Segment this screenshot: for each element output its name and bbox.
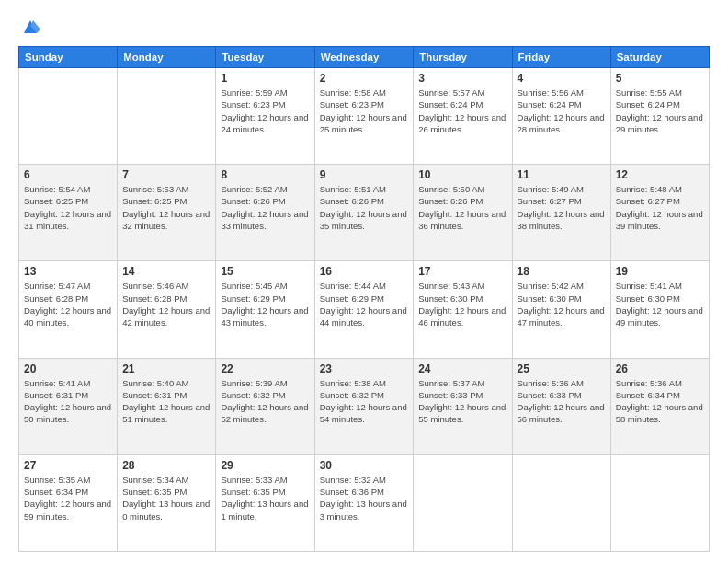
calendar-cell: [512, 454, 610, 551]
cell-daylight-info: Sunrise: 5:41 AM Sunset: 6:31 PM Dayligh…: [24, 377, 112, 426]
cell-daylight-info: Sunrise: 5:44 AM Sunset: 6:29 PM Dayligh…: [320, 280, 409, 328]
day-number: 22: [221, 362, 309, 375]
cell-daylight-info: Sunrise: 5:35 AM Sunset: 6:34 PM Dayligh…: [24, 474, 112, 523]
calendar-cell: [19, 68, 118, 165]
day-number: 15: [221, 265, 309, 278]
cell-daylight-info: Sunrise: 5:34 AM Sunset: 6:35 PM Dayligh…: [122, 474, 210, 523]
calendar-cell: 7Sunrise: 5:53 AM Sunset: 6:25 PM Daylig…: [118, 165, 216, 261]
day-number: 23: [320, 362, 409, 375]
weekday-wednesday: Wednesday: [314, 47, 414, 68]
calendar-week-row: 13Sunrise: 5:47 AM Sunset: 6:28 PM Dayli…: [19, 261, 710, 358]
calendar-cell: 16Sunrise: 5:44 AM Sunset: 6:29 PM Dayli…: [314, 261, 414, 358]
day-number: 30: [320, 459, 409, 472]
day-number: 24: [418, 362, 506, 375]
cell-daylight-info: Sunrise: 5:46 AM Sunset: 6:28 PM Dayligh…: [122, 280, 210, 328]
day-number: 26: [616, 362, 704, 375]
weekday-tuesday: Tuesday: [216, 47, 314, 68]
calendar-week-row: 6Sunrise: 5:54 AM Sunset: 6:25 PM Daylig…: [19, 165, 710, 261]
cell-daylight-info: Sunrise: 5:55 AM Sunset: 6:24 PM Dayligh…: [616, 86, 704, 135]
calendar-cell: 26Sunrise: 5:36 AM Sunset: 6:34 PM Dayli…: [610, 358, 709, 454]
day-number: 16: [320, 265, 409, 278]
calendar-cell: 17Sunrise: 5:43 AM Sunset: 6:30 PM Dayli…: [414, 261, 512, 358]
cell-daylight-info: Sunrise: 5:43 AM Sunset: 6:30 PM Dayligh…: [418, 280, 506, 328]
cell-daylight-info: Sunrise: 5:45 AM Sunset: 6:29 PM Dayligh…: [221, 280, 309, 328]
cell-daylight-info: Sunrise: 5:38 AM Sunset: 6:32 PM Dayligh…: [320, 377, 409, 426]
cell-daylight-info: Sunrise: 5:33 AM Sunset: 6:35 PM Dayligh…: [221, 474, 309, 523]
cell-daylight-info: Sunrise: 5:49 AM Sunset: 6:27 PM Dayligh…: [518, 183, 606, 232]
cell-daylight-info: Sunrise: 5:51 AM Sunset: 6:26 PM Dayligh…: [320, 183, 409, 232]
cell-daylight-info: Sunrise: 5:36 AM Sunset: 6:34 PM Dayligh…: [616, 377, 704, 426]
cell-daylight-info: Sunrise: 5:54 AM Sunset: 6:25 PM Dayligh…: [24, 183, 112, 232]
weekday-saturday: Saturday: [610, 47, 709, 68]
calendar-week-row: 20Sunrise: 5:41 AM Sunset: 6:31 PM Dayli…: [19, 358, 710, 454]
calendar-cell: 11Sunrise: 5:49 AM Sunset: 6:27 PM Dayli…: [512, 165, 610, 261]
calendar-cell: 19Sunrise: 5:41 AM Sunset: 6:30 PM Dayli…: [610, 261, 709, 358]
weekday-header-row: SundayMondayTuesdayWednesdayThursdayFrid…: [19, 47, 710, 68]
calendar-cell: 15Sunrise: 5:45 AM Sunset: 6:29 PM Dayli…: [216, 261, 314, 358]
day-number: 25: [518, 362, 606, 375]
day-number: 28: [122, 459, 210, 472]
day-number: 12: [616, 168, 704, 181]
calendar-cell: 5Sunrise: 5:55 AM Sunset: 6:24 PM Daylig…: [610, 68, 709, 165]
day-number: 20: [24, 362, 112, 375]
weekday-friday: Friday: [512, 47, 610, 68]
day-number: 27: [24, 459, 112, 472]
calendar-cell: [414, 454, 512, 551]
cell-daylight-info: Sunrise: 5:59 AM Sunset: 6:23 PM Dayligh…: [221, 86, 309, 135]
calendar-cell: [610, 454, 709, 551]
day-number: 14: [122, 265, 210, 278]
calendar-cell: 22Sunrise: 5:39 AM Sunset: 6:32 PM Dayli…: [216, 358, 314, 454]
cell-daylight-info: Sunrise: 5:37 AM Sunset: 6:33 PM Dayligh…: [418, 377, 506, 426]
calendar-cell: 27Sunrise: 5:35 AM Sunset: 6:34 PM Dayli…: [19, 454, 118, 551]
calendar-week-row: 27Sunrise: 5:35 AM Sunset: 6:34 PM Dayli…: [19, 454, 710, 551]
calendar-cell: 6Sunrise: 5:54 AM Sunset: 6:25 PM Daylig…: [19, 165, 118, 261]
cell-daylight-info: Sunrise: 5:39 AM Sunset: 6:32 PM Dayligh…: [221, 377, 309, 426]
calendar-cell: 13Sunrise: 5:47 AM Sunset: 6:28 PM Dayli…: [19, 261, 118, 358]
weekday-monday: Monday: [118, 47, 216, 68]
day-number: 3: [418, 72, 506, 85]
cell-daylight-info: Sunrise: 5:52 AM Sunset: 6:26 PM Dayligh…: [221, 183, 309, 232]
calendar-cell: 2Sunrise: 5:58 AM Sunset: 6:23 PM Daylig…: [314, 68, 414, 165]
day-number: 21: [122, 362, 210, 375]
day-number: 7: [122, 168, 210, 181]
day-number: 13: [24, 265, 112, 278]
calendar-cell: 9Sunrise: 5:51 AM Sunset: 6:26 PM Daylig…: [314, 165, 414, 261]
day-number: 4: [518, 72, 606, 85]
calendar-cell: 8Sunrise: 5:52 AM Sunset: 6:26 PM Daylig…: [216, 165, 314, 261]
calendar-cell: 21Sunrise: 5:40 AM Sunset: 6:31 PM Dayli…: [118, 358, 216, 454]
calendar-cell: 24Sunrise: 5:37 AM Sunset: 6:33 PM Dayli…: [414, 358, 512, 454]
cell-daylight-info: Sunrise: 5:58 AM Sunset: 6:23 PM Dayligh…: [320, 86, 409, 135]
calendar-cell: 28Sunrise: 5:34 AM Sunset: 6:35 PM Dayli…: [118, 454, 216, 551]
day-number: 9: [320, 168, 409, 181]
calendar-cell: 18Sunrise: 5:42 AM Sunset: 6:30 PM Dayli…: [512, 261, 610, 358]
calendar-cell: 23Sunrise: 5:38 AM Sunset: 6:32 PM Dayli…: [314, 358, 414, 454]
calendar-cell: [118, 68, 216, 165]
day-number: 17: [418, 265, 506, 278]
cell-daylight-info: Sunrise: 5:48 AM Sunset: 6:27 PM Dayligh…: [616, 183, 704, 232]
day-number: 1: [221, 72, 309, 85]
page: SundayMondayTuesdayWednesdayThursdayFrid…: [0, 0, 728, 563]
cell-daylight-info: Sunrise: 5:53 AM Sunset: 6:25 PM Dayligh…: [122, 183, 210, 232]
calendar-cell: 25Sunrise: 5:36 AM Sunset: 6:33 PM Dayli…: [512, 358, 610, 454]
logo-icon: [20, 17, 40, 37]
calendar-cell: 10Sunrise: 5:50 AM Sunset: 6:26 PM Dayli…: [414, 165, 512, 261]
calendar-cell: 4Sunrise: 5:56 AM Sunset: 6:24 PM Daylig…: [512, 68, 610, 165]
cell-daylight-info: Sunrise: 5:32 AM Sunset: 6:36 PM Dayligh…: [320, 474, 409, 523]
calendar-cell: 29Sunrise: 5:33 AM Sunset: 6:35 PM Dayli…: [216, 454, 314, 551]
calendar-cell: 20Sunrise: 5:41 AM Sunset: 6:31 PM Dayli…: [19, 358, 118, 454]
calendar-cell: 3Sunrise: 5:57 AM Sunset: 6:24 PM Daylig…: [414, 68, 512, 165]
calendar-week-row: 1Sunrise: 5:59 AM Sunset: 6:23 PM Daylig…: [19, 68, 710, 165]
cell-daylight-info: Sunrise: 5:42 AM Sunset: 6:30 PM Dayligh…: [518, 280, 606, 328]
cell-daylight-info: Sunrise: 5:57 AM Sunset: 6:24 PM Dayligh…: [418, 86, 506, 135]
calendar-table: SundayMondayTuesdayWednesdayThursdayFrid…: [18, 46, 710, 552]
day-number: 11: [518, 168, 606, 181]
day-number: 5: [616, 72, 704, 85]
day-number: 18: [518, 265, 606, 278]
day-number: 29: [221, 459, 309, 472]
cell-daylight-info: Sunrise: 5:36 AM Sunset: 6:33 PM Dayligh…: [518, 377, 606, 426]
weekday-thursday: Thursday: [414, 47, 512, 68]
day-number: 8: [221, 168, 309, 181]
day-number: 6: [24, 168, 112, 181]
cell-daylight-info: Sunrise: 5:41 AM Sunset: 6:30 PM Dayligh…: [616, 280, 704, 328]
day-number: 2: [320, 72, 409, 85]
